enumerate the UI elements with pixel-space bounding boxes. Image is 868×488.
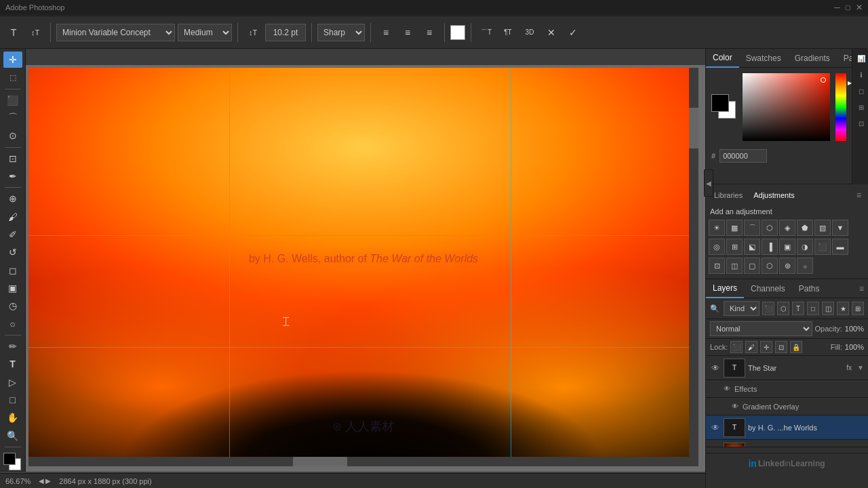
threshold-icon[interactable]: ▐	[762, 239, 778, 255]
font-style-select[interactable]: Medium	[178, 24, 232, 41]
blend-mode-select[interactable]: Normal	[710, 321, 812, 336]
warp-text-btn[interactable]: ⌒T	[477, 23, 496, 42]
lock-all-btn[interactable]: 🔒	[790, 341, 802, 353]
filter-adj-btn[interactable]: ⬡	[777, 302, 789, 315]
lock-artboards-btn[interactable]: ⊡	[775, 341, 787, 353]
lock-pixels-btn[interactable]: 🖌	[745, 341, 757, 353]
close-btn[interactable]: ✕	[856, 3, 863, 12]
adj-panel-menu[interactable]: ≡	[852, 187, 865, 203]
pixel-cloud-icon[interactable]: ⬡	[762, 258, 778, 274]
filter-artboard-btn[interactable]: ⊞	[852, 302, 864, 315]
solid-color-icon[interactable]: ⬛	[814, 239, 831, 255]
tab-color[interactable]: Color	[706, 49, 739, 68]
cancel-edit-btn[interactable]: ✕	[542, 23, 561, 42]
scroll-thumb-v[interactable]	[689, 108, 698, 148]
move-tool[interactable]: ✛	[3, 52, 22, 68]
curves-icon[interactable]: ⌒	[744, 220, 760, 236]
pattern-fill-icon[interactable]: ⊡	[709, 258, 725, 274]
character-btn[interactable]: ¶T	[498, 23, 517, 42]
filter-smart-btn[interactable]: ◫	[822, 302, 834, 315]
status-nav[interactable]: ◀ ▶	[39, 477, 51, 485]
color-balance-icon[interactable]: ▧	[814, 220, 831, 236]
sublayer-effects-eye[interactable]: 👁	[722, 384, 732, 394]
pen-tool[interactable]: ✏	[3, 338, 22, 354]
scroll-horizontal[interactable]	[28, 457, 689, 466]
filter-shape-btn[interactable]: □	[807, 302, 819, 315]
properties-icon[interactable]: ⊡	[854, 117, 868, 130]
fill-value[interactable]: 100%	[845, 343, 864, 351]
clipping-mask-icon[interactable]: ⬦	[797, 258, 813, 274]
text-color-swatch[interactable]	[450, 25, 465, 40]
hue-slider[interactable]	[835, 73, 846, 141]
gradient-map-icon[interactable]: ▼	[832, 220, 848, 236]
tab-swatches[interactable]: Swatches	[739, 49, 788, 68]
filter-selected-btn[interactable]: ★	[837, 302, 849, 315]
clone-tool[interactable]: ✐	[3, 226, 22, 243]
layers-panel-menu[interactable]: ≡	[855, 279, 868, 298]
commit-edit-btn[interactable]: ✓	[564, 23, 583, 42]
quick-select-tool[interactable]: ⊙	[3, 127, 22, 144]
opacity-value[interactable]: 100%	[845, 325, 864, 333]
zoom-tool[interactable]: 🔍	[3, 427, 22, 443]
hand-tool[interactable]: ✋	[3, 409, 22, 426]
brightness-contrast-icon[interactable]: ☀	[709, 220, 725, 236]
arrange-icon[interactable]: ⊞	[854, 100, 868, 114]
minimize-btn[interactable]: ─	[834, 3, 840, 12]
color-gradient-picker[interactable]	[743, 73, 830, 141]
layer-visibility-hg-wells[interactable]: 👁	[710, 422, 721, 433]
path-select-tool[interactable]: ▷	[3, 373, 22, 390]
scroll-thumb-h[interactable]	[293, 457, 347, 466]
history-brush-tool[interactable]: ↺	[3, 244, 22, 260]
lasso-tool[interactable]: ⌒	[3, 110, 22, 126]
dodge-tool[interactable]: ○	[3, 315, 22, 331]
3d-btn[interactable]: 3D	[520, 23, 539, 42]
vibrance-icon[interactable]: ◈	[779, 220, 795, 236]
lock-position-btn[interactable]: ✛	[760, 341, 772, 353]
shape-tool[interactable]: □	[3, 392, 22, 408]
channel-mixer-icon[interactable]: ⊞	[726, 239, 743, 255]
panel-collapse-btn[interactable]: ◀	[704, 169, 713, 197]
tab-gradients[interactable]: Gradients	[788, 49, 837, 68]
text-orientation-btn[interactable]: ↕T	[26, 23, 45, 42]
hex-input[interactable]	[719, 149, 767, 163]
layer-row-hg-wells[interactable]: 👁 T by H. G. ...he Worlds	[706, 415, 868, 440]
nav-next[interactable]: ▶	[45, 477, 51, 485]
scroll-vertical[interactable]	[689, 68, 698, 466]
info-icon[interactable]: ℹ	[854, 68, 868, 81]
foreground-color-swatch[interactable]	[3, 453, 16, 465]
smart-object-icon[interactable]: ◫	[726, 258, 743, 274]
gradient-tool[interactable]: ▣	[3, 280, 22, 296]
artboard-tool[interactable]: ⬚	[3, 69, 22, 85]
hsl-icon[interactable]: ⬟	[797, 220, 813, 236]
antialias-select[interactable]: Sharp	[317, 24, 365, 41]
canvas[interactable]: by H. G. Wells, author of The War of the…	[28, 68, 698, 466]
exposure-icon[interactable]: ⬡	[762, 220, 778, 236]
tab-libraries[interactable]: Libraries	[709, 187, 748, 203]
lock-transparency-btn[interactable]: ⬛	[730, 341, 743, 353]
posterize-icon[interactable]: ▣	[779, 239, 795, 255]
filter-text-btn[interactable]: T	[792, 302, 804, 315]
sublayer-gradient-overlay-eye[interactable]: 👁	[730, 402, 740, 411]
layer-row-the-star[interactable]: 👁 T The Star fx ▼	[706, 356, 868, 380]
navigator-icon[interactable]: ◻	[854, 84, 868, 98]
tab-layers[interactable]: Layers	[706, 279, 744, 298]
linked-icon[interactable]: ⊛	[779, 258, 795, 274]
histogram-icon[interactable]: 📊	[854, 52, 868, 65]
filter-pixel-btn[interactable]: ⬛	[762, 302, 774, 315]
maximize-btn[interactable]: □	[846, 3, 850, 12]
crop-tool[interactable]: ⊡	[3, 150, 22, 166]
align-right-btn[interactable]: ≡	[420, 23, 439, 42]
layer-visibility-the-star[interactable]: 👁	[710, 363, 721, 373]
text-tool-icon[interactable]: T	[4, 23, 23, 42]
spot-heal-tool[interactable]: ⊕	[3, 190, 22, 207]
layer-expand-the-star[interactable]: ▼	[857, 364, 864, 371]
eyedropper-tool[interactable]: ✒	[3, 168, 22, 184]
tab-adjustments[interactable]: Adjustments	[748, 187, 800, 203]
color-swatches[interactable]	[3, 453, 22, 469]
selective-color-icon[interactable]: ⬕	[744, 239, 760, 255]
tab-paths[interactable]: Paths	[792, 279, 827, 298]
levels-icon[interactable]: ▦	[726, 220, 743, 236]
text-tool[interactable]: T	[3, 356, 22, 372]
font-family-select[interactable]: Minion Variable Concept	[56, 24, 175, 41]
align-center-btn[interactable]: ≡	[398, 23, 417, 42]
